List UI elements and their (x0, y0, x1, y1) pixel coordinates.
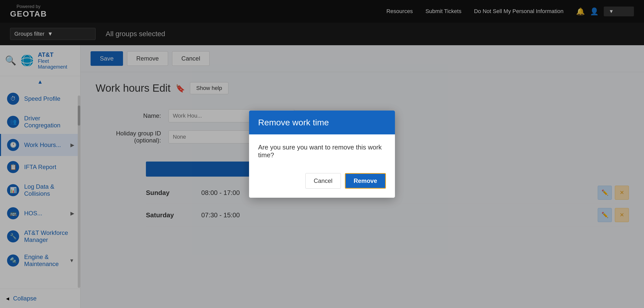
modal-overlay: Remove work time Are you sure you want t… (0, 0, 644, 308)
remove-work-time-modal: Remove work time Are you sure you want t… (249, 111, 395, 198)
modal-header: Remove work time (249, 111, 395, 134)
modal-body: Are you sure you want to remove this wor… (249, 134, 395, 168)
modal-footer: Cancel Remove (249, 168, 395, 198)
modal-remove-button[interactable]: Remove (345, 173, 386, 189)
modal-cancel-button[interactable]: Cancel (305, 173, 341, 189)
